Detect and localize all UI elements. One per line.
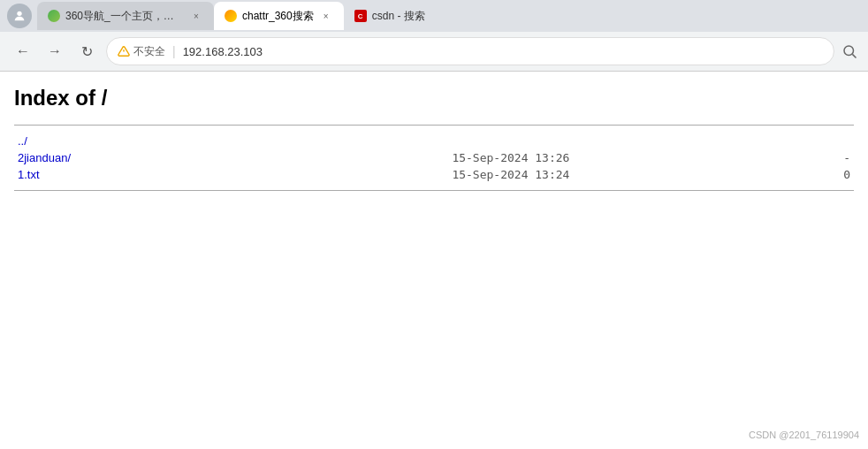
url-separator: | bbox=[172, 44, 176, 58]
address-bar[interactable]: 不安全 | 192.168.23.103 bbox=[106, 37, 834, 65]
tab-csdn[interactable]: C csdn - 搜索 bbox=[344, 2, 436, 30]
file-link[interactable]: ../ bbox=[18, 134, 27, 148]
page-content: Index of / ../2jianduan/15-Sep-2024 13:2… bbox=[0, 72, 868, 425]
file-date: 15-Sep-2024 13:26 bbox=[448, 149, 738, 166]
file-size: - bbox=[738, 149, 854, 166]
file-link[interactable]: 1.txt bbox=[18, 168, 40, 181]
browser-chrome: 360导航_一个主页，整个世界 × chattr_360搜索 × C csdn … bbox=[0, 0, 868, 72]
tab-label-csdn: csdn - 搜索 bbox=[372, 9, 425, 24]
tab-360[interactable]: 360导航_一个主页，整个世界 × bbox=[37, 2, 214, 30]
table-row: 1.txt15-Sep-2024 13:240 bbox=[14, 166, 854, 183]
file-date: 15-Sep-2024 13:24 bbox=[448, 166, 738, 183]
back-button[interactable]: ← bbox=[11, 39, 35, 64]
svg-line-4 bbox=[852, 54, 856, 57]
tab-favicon-chattr bbox=[225, 10, 237, 22]
tab-bar: 360导航_一个主页，整个世界 × chattr_360搜索 × C csdn … bbox=[0, 0, 868, 32]
file-table: ../2jianduan/15-Sep-2024 13:26-1.txt15-S… bbox=[14, 133, 854, 183]
forward-button[interactable]: → bbox=[42, 39, 67, 64]
refresh-button[interactable]: ↻ bbox=[74, 39, 99, 64]
file-size: 0 bbox=[738, 166, 854, 183]
table-row: 2jianduan/15-Sep-2024 13:26- bbox=[14, 149, 854, 166]
tab-close-360[interactable]: × bbox=[189, 9, 203, 23]
warning-icon bbox=[118, 45, 130, 57]
security-label: 不安全 bbox=[133, 44, 165, 59]
tab-label-chattr: chattr_360搜索 bbox=[242, 9, 314, 24]
toolbar: ← → ↻ 不安全 | 192.168.23.103 bbox=[0, 32, 868, 71]
tab-favicon-csdn: C bbox=[354, 10, 367, 22]
security-badge: 不安全 bbox=[118, 44, 165, 59]
url-text[interactable]: 192.168.23.103 bbox=[183, 45, 823, 58]
file-size bbox=[738, 133, 854, 149]
top-divider bbox=[14, 125, 854, 126]
svg-point-3 bbox=[844, 46, 854, 56]
table-row: ../ bbox=[14, 133, 854, 149]
tab-label-360: 360导航_一个主页，整个世界 bbox=[65, 9, 184, 24]
tab-favicon-360 bbox=[48, 10, 60, 22]
tab-close-chattr[interactable]: × bbox=[319, 9, 333, 23]
bottom-divider bbox=[14, 190, 854, 191]
page-title: Index of / bbox=[14, 86, 854, 110]
file-link[interactable]: 2jianduan/ bbox=[18, 151, 71, 164]
file-date bbox=[448, 133, 738, 149]
user-avatar[interactable] bbox=[7, 4, 32, 28]
tab-chattr[interactable]: chattr_360搜索 × bbox=[214, 2, 344, 30]
browser-search-icon[interactable] bbox=[841, 43, 857, 59]
svg-point-0 bbox=[17, 11, 21, 16]
